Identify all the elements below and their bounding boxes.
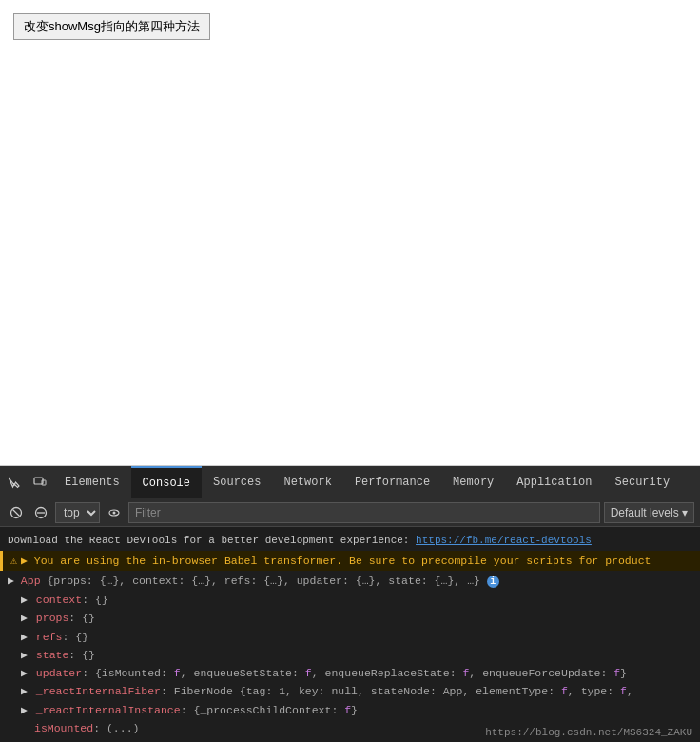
tree-updater[interactable]: ▶ updater: {isMounted: f, enqueueSetStat…: [0, 664, 700, 682]
block-icon[interactable]: [30, 502, 51, 523]
app-object-line[interactable]: ▶ App {props: {…}, context: {…}, refs: {…: [0, 571, 700, 591]
tab-memory[interactable]: Memory: [441, 466, 505, 498]
devtools-tab-bar: Elements Console Sources Network Perform…: [0, 466, 700, 498]
tree-react-internal-fiber[interactable]: ▶ _reactInternalFiber: FiberNode {tag: 1…: [0, 682, 700, 700]
tab-application[interactable]: Application: [505, 466, 603, 498]
console-toolbar: top Default levels ▾: [0, 498, 700, 527]
tab-security[interactable]: Security: [604, 466, 682, 498]
tree-props[interactable]: ▶ props: {}: [0, 609, 700, 627]
context-select[interactable]: top: [55, 502, 100, 523]
devtools-panel: Elements Console Sources Network Perform…: [0, 466, 700, 742]
tree-refs[interactable]: ▶ refs: {}: [0, 628, 700, 646]
clear-console-icon[interactable]: [6, 502, 27, 523]
default-levels-button[interactable]: Default levels ▾: [604, 502, 694, 523]
filter-input[interactable]: [128, 502, 600, 523]
info-icon[interactable]: i: [487, 576, 499, 588]
bottom-url: https://blog.csdn.net/MS6324_ZAKU: [485, 727, 692, 738]
tab-elements[interactable]: Elements: [53, 466, 131, 498]
console-output: Download the React DevTools for a better…: [0, 527, 700, 742]
demo-button[interactable]: 改变showMsg指向的第四种方法: [13, 13, 210, 40]
svg-point-7: [113, 511, 116, 514]
svg-line-3: [13, 509, 20, 516]
react-devtools-link[interactable]: https://fb.me/react-devtools: [416, 533, 592, 549]
babel-warning-line: ⚠ ▶ You are using the in-browser Babel t…: [0, 551, 700, 571]
tree-context[interactable]: ▶ context: {}: [0, 591, 700, 609]
tab-network[interactable]: Network: [272, 466, 342, 498]
cursor-icon[interactable]: [0, 466, 27, 498]
page-area: 改变showMsg指向的第四种方法: [0, 0, 700, 466]
console-output-wrapper: Download the React DevTools for a better…: [0, 527, 700, 742]
tab-performance[interactable]: Performance: [343, 466, 441, 498]
responsive-icon[interactable]: [27, 466, 53, 498]
tab-console[interactable]: Console: [131, 466, 202, 498]
warning-icon: ⚠: [10, 553, 17, 569]
eye-icon[interactable]: [104, 502, 125, 523]
devtools-info-line: Download the React DevTools for a better…: [0, 531, 700, 551]
tree-react-internal-instance[interactable]: ▶ _reactInternalInstance: {_processChild…: [0, 701, 700, 719]
tab-sources[interactable]: Sources: [202, 466, 272, 498]
tree-state[interactable]: ▶ state: {}: [0, 646, 700, 664]
